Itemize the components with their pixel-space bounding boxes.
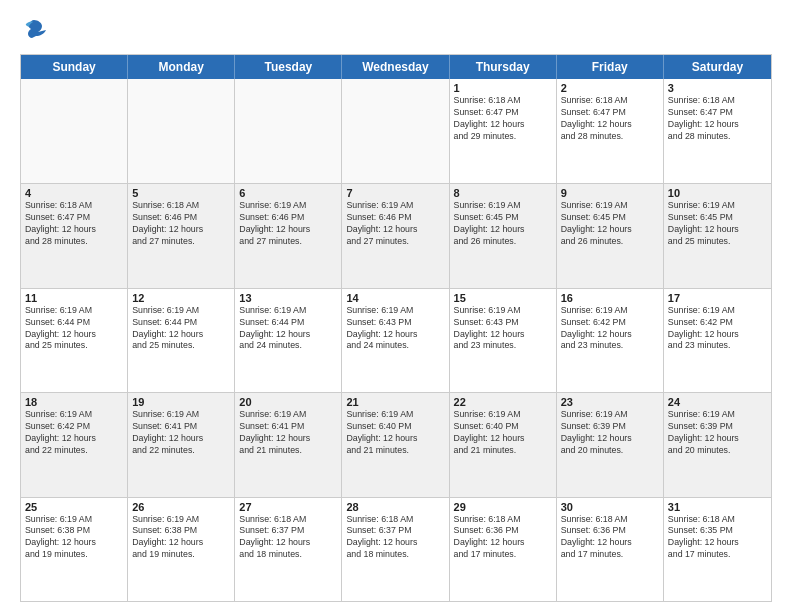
calendar-row: 1Sunrise: 6:18 AM Sunset: 6:47 PM Daylig… bbox=[21, 79, 771, 183]
day-number: 12 bbox=[132, 292, 230, 304]
calendar-row: 18Sunrise: 6:19 AM Sunset: 6:42 PM Dayli… bbox=[21, 392, 771, 496]
calendar-day: 17Sunrise: 6:19 AM Sunset: 6:42 PM Dayli… bbox=[664, 289, 771, 392]
calendar-day: 29Sunrise: 6:18 AM Sunset: 6:36 PM Dayli… bbox=[450, 498, 557, 601]
calendar-day: 26Sunrise: 6:19 AM Sunset: 6:38 PM Dayli… bbox=[128, 498, 235, 601]
day-number: 19 bbox=[132, 396, 230, 408]
calendar-day: 6Sunrise: 6:19 AM Sunset: 6:46 PM Daylig… bbox=[235, 184, 342, 287]
day-number: 9 bbox=[561, 187, 659, 199]
day-info: Sunrise: 6:18 AM Sunset: 6:36 PM Dayligh… bbox=[454, 514, 552, 562]
weekday-header: Saturday bbox=[664, 55, 771, 79]
calendar-day: 23Sunrise: 6:19 AM Sunset: 6:39 PM Dayli… bbox=[557, 393, 664, 496]
day-number: 26 bbox=[132, 501, 230, 513]
day-info: Sunrise: 6:18 AM Sunset: 6:37 PM Dayligh… bbox=[239, 514, 337, 562]
day-info: Sunrise: 6:19 AM Sunset: 6:38 PM Dayligh… bbox=[25, 514, 123, 562]
calendar-day: 21Sunrise: 6:19 AM Sunset: 6:40 PM Dayli… bbox=[342, 393, 449, 496]
day-info: Sunrise: 6:18 AM Sunset: 6:37 PM Dayligh… bbox=[346, 514, 444, 562]
day-info: Sunrise: 6:19 AM Sunset: 6:45 PM Dayligh… bbox=[561, 200, 659, 248]
day-info: Sunrise: 6:18 AM Sunset: 6:47 PM Dayligh… bbox=[25, 200, 123, 248]
day-number: 5 bbox=[132, 187, 230, 199]
weekday-header: Sunday bbox=[21, 55, 128, 79]
calendar-day: 22Sunrise: 6:19 AM Sunset: 6:40 PM Dayli… bbox=[450, 393, 557, 496]
calendar-day: 25Sunrise: 6:19 AM Sunset: 6:38 PM Dayli… bbox=[21, 498, 128, 601]
day-number: 20 bbox=[239, 396, 337, 408]
calendar-day: 14Sunrise: 6:19 AM Sunset: 6:43 PM Dayli… bbox=[342, 289, 449, 392]
calendar-day: 7Sunrise: 6:19 AM Sunset: 6:46 PM Daylig… bbox=[342, 184, 449, 287]
day-info: Sunrise: 6:19 AM Sunset: 6:44 PM Dayligh… bbox=[25, 305, 123, 353]
day-number: 21 bbox=[346, 396, 444, 408]
calendar-day: 20Sunrise: 6:19 AM Sunset: 6:41 PM Dayli… bbox=[235, 393, 342, 496]
empty-cell bbox=[128, 79, 235, 183]
weekday-header: Friday bbox=[557, 55, 664, 79]
calendar: SundayMondayTuesdayWednesdayThursdayFrid… bbox=[20, 54, 772, 602]
day-number: 27 bbox=[239, 501, 337, 513]
empty-cell bbox=[235, 79, 342, 183]
day-info: Sunrise: 6:19 AM Sunset: 6:42 PM Dayligh… bbox=[561, 305, 659, 353]
day-number: 18 bbox=[25, 396, 123, 408]
page: SundayMondayTuesdayWednesdayThursdayFrid… bbox=[0, 0, 792, 612]
day-number: 23 bbox=[561, 396, 659, 408]
day-info: Sunrise: 6:19 AM Sunset: 6:44 PM Dayligh… bbox=[132, 305, 230, 353]
calendar-header: SundayMondayTuesdayWednesdayThursdayFrid… bbox=[21, 55, 771, 79]
day-info: Sunrise: 6:19 AM Sunset: 6:42 PM Dayligh… bbox=[25, 409, 123, 457]
calendar-day: 10Sunrise: 6:19 AM Sunset: 6:45 PM Dayli… bbox=[664, 184, 771, 287]
day-number: 1 bbox=[454, 82, 552, 94]
day-number: 30 bbox=[561, 501, 659, 513]
day-number: 14 bbox=[346, 292, 444, 304]
weekday-header: Thursday bbox=[450, 55, 557, 79]
day-number: 2 bbox=[561, 82, 659, 94]
calendar-day: 18Sunrise: 6:19 AM Sunset: 6:42 PM Dayli… bbox=[21, 393, 128, 496]
day-info: Sunrise: 6:19 AM Sunset: 6:38 PM Dayligh… bbox=[132, 514, 230, 562]
day-number: 22 bbox=[454, 396, 552, 408]
day-number: 16 bbox=[561, 292, 659, 304]
empty-cell bbox=[21, 79, 128, 183]
calendar-day: 15Sunrise: 6:19 AM Sunset: 6:43 PM Dayli… bbox=[450, 289, 557, 392]
day-info: Sunrise: 6:19 AM Sunset: 6:39 PM Dayligh… bbox=[668, 409, 767, 457]
calendar-day: 27Sunrise: 6:18 AM Sunset: 6:37 PM Dayli… bbox=[235, 498, 342, 601]
logo bbox=[20, 16, 52, 44]
day-info: Sunrise: 6:19 AM Sunset: 6:44 PM Dayligh… bbox=[239, 305, 337, 353]
day-info: Sunrise: 6:19 AM Sunset: 6:40 PM Dayligh… bbox=[346, 409, 444, 457]
day-number: 11 bbox=[25, 292, 123, 304]
calendar-day: 2Sunrise: 6:18 AM Sunset: 6:47 PM Daylig… bbox=[557, 79, 664, 183]
day-info: Sunrise: 6:19 AM Sunset: 6:43 PM Dayligh… bbox=[454, 305, 552, 353]
calendar-day: 19Sunrise: 6:19 AM Sunset: 6:41 PM Dayli… bbox=[128, 393, 235, 496]
calendar-row: 11Sunrise: 6:19 AM Sunset: 6:44 PM Dayli… bbox=[21, 288, 771, 392]
day-number: 13 bbox=[239, 292, 337, 304]
calendar-row: 4Sunrise: 6:18 AM Sunset: 6:47 PM Daylig… bbox=[21, 183, 771, 287]
calendar-day: 5Sunrise: 6:18 AM Sunset: 6:46 PM Daylig… bbox=[128, 184, 235, 287]
day-number: 3 bbox=[668, 82, 767, 94]
day-number: 8 bbox=[454, 187, 552, 199]
weekday-header: Tuesday bbox=[235, 55, 342, 79]
calendar-row: 25Sunrise: 6:19 AM Sunset: 6:38 PM Dayli… bbox=[21, 497, 771, 601]
day-info: Sunrise: 6:18 AM Sunset: 6:47 PM Dayligh… bbox=[668, 95, 767, 143]
calendar-day: 12Sunrise: 6:19 AM Sunset: 6:44 PM Dayli… bbox=[128, 289, 235, 392]
calendar-day: 8Sunrise: 6:19 AM Sunset: 6:45 PM Daylig… bbox=[450, 184, 557, 287]
calendar-day: 16Sunrise: 6:19 AM Sunset: 6:42 PM Dayli… bbox=[557, 289, 664, 392]
calendar-day: 11Sunrise: 6:19 AM Sunset: 6:44 PM Dayli… bbox=[21, 289, 128, 392]
day-info: Sunrise: 6:19 AM Sunset: 6:39 PM Dayligh… bbox=[561, 409, 659, 457]
day-info: Sunrise: 6:19 AM Sunset: 6:43 PM Dayligh… bbox=[346, 305, 444, 353]
calendar-day: 28Sunrise: 6:18 AM Sunset: 6:37 PM Dayli… bbox=[342, 498, 449, 601]
day-info: Sunrise: 6:19 AM Sunset: 6:46 PM Dayligh… bbox=[346, 200, 444, 248]
day-number: 29 bbox=[454, 501, 552, 513]
weekday-header: Wednesday bbox=[342, 55, 449, 79]
day-info: Sunrise: 6:18 AM Sunset: 6:35 PM Dayligh… bbox=[668, 514, 767, 562]
calendar-day: 4Sunrise: 6:18 AM Sunset: 6:47 PM Daylig… bbox=[21, 184, 128, 287]
day-info: Sunrise: 6:18 AM Sunset: 6:47 PM Dayligh… bbox=[561, 95, 659, 143]
day-number: 24 bbox=[668, 396, 767, 408]
day-number: 7 bbox=[346, 187, 444, 199]
calendar-day: 30Sunrise: 6:18 AM Sunset: 6:36 PM Dayli… bbox=[557, 498, 664, 601]
day-info: Sunrise: 6:19 AM Sunset: 6:40 PM Dayligh… bbox=[454, 409, 552, 457]
day-info: Sunrise: 6:18 AM Sunset: 6:46 PM Dayligh… bbox=[132, 200, 230, 248]
calendar-day: 13Sunrise: 6:19 AM Sunset: 6:44 PM Dayli… bbox=[235, 289, 342, 392]
day-info: Sunrise: 6:18 AM Sunset: 6:36 PM Dayligh… bbox=[561, 514, 659, 562]
day-number: 28 bbox=[346, 501, 444, 513]
day-info: Sunrise: 6:19 AM Sunset: 6:42 PM Dayligh… bbox=[668, 305, 767, 353]
day-info: Sunrise: 6:19 AM Sunset: 6:41 PM Dayligh… bbox=[239, 409, 337, 457]
day-info: Sunrise: 6:19 AM Sunset: 6:45 PM Dayligh… bbox=[668, 200, 767, 248]
day-info: Sunrise: 6:19 AM Sunset: 6:46 PM Dayligh… bbox=[239, 200, 337, 248]
day-number: 15 bbox=[454, 292, 552, 304]
calendar-day: 9Sunrise: 6:19 AM Sunset: 6:45 PM Daylig… bbox=[557, 184, 664, 287]
weekday-header: Monday bbox=[128, 55, 235, 79]
calendar-day: 24Sunrise: 6:19 AM Sunset: 6:39 PM Dayli… bbox=[664, 393, 771, 496]
